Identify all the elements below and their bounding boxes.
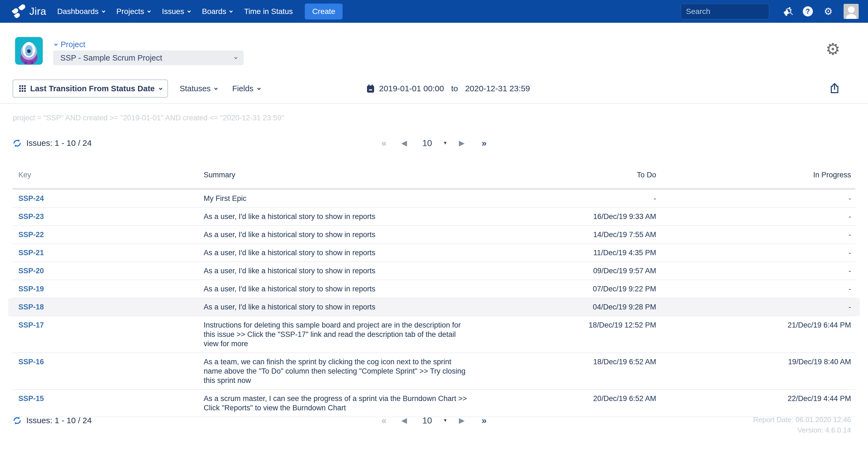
avatar-body xyxy=(846,14,857,19)
inprogress-value-cell: - xyxy=(660,208,856,225)
date-separator: to xyxy=(451,84,458,93)
pagination-first-icon[interactable]: « xyxy=(381,138,386,148)
pagination-first-icon[interactable]: « xyxy=(381,415,386,426)
nav-item-boards[interactable]: Boards xyxy=(202,7,232,16)
inprogress-value-cell: 19/Dec/19 8:40 AM xyxy=(660,353,856,389)
chevron-down-icon xyxy=(159,86,162,90)
todo-value-cell: 07/Dec/19 9:22 PM xyxy=(523,280,660,298)
project-select[interactable]: SSP - Sample Scrum Project xyxy=(53,51,244,65)
column-header-key[interactable]: Key xyxy=(12,166,204,184)
inprogress-value-cell: - xyxy=(660,226,856,243)
project-section-label: Project xyxy=(61,40,85,49)
pagination-prev-icon[interactable]: ◀ xyxy=(401,416,407,425)
table-row: SSP-18 As a user, I'd like a historical … xyxy=(12,298,856,316)
report-type-dropdown[interactable]: Last Transition From Status Date xyxy=(12,80,168,98)
page: Jira Dashboards Projects Issues Boards T… xyxy=(0,0,868,455)
inprogress-value-cell: - xyxy=(660,262,856,280)
issue-key-link[interactable]: SSP-23 xyxy=(18,212,44,221)
issue-summary-text: My First Epic xyxy=(204,194,471,203)
inprogress-value-cell: - xyxy=(660,298,856,316)
table-row: SSP-22 As a user, I'd like a historical … xyxy=(12,226,856,244)
page-size-value[interactable]: 10 xyxy=(422,416,432,426)
issue-key-link[interactable]: SSP-15 xyxy=(18,394,44,403)
pagination-last-icon[interactable]: » xyxy=(482,138,487,148)
fields-dropdown[interactable]: Fields xyxy=(232,84,259,93)
search-box[interactable] xyxy=(681,4,769,20)
table-row: SSP-16 As a team, we can finish the spri… xyxy=(12,353,856,390)
brand-name: Jira xyxy=(29,6,46,17)
column-header-inprogress[interactable]: In Progress xyxy=(660,166,856,184)
report-version: Version: 4.6.0.14 xyxy=(753,425,851,435)
pagination-last-icon[interactable]: » xyxy=(482,415,487,426)
inprogress-value-cell: - xyxy=(660,190,856,207)
nav-item-projects[interactable]: Projects xyxy=(117,7,150,16)
nav-item-label: Time in Status xyxy=(244,7,293,16)
page-size-caret-icon[interactable]: ▼ xyxy=(443,418,447,423)
pagination-next-icon[interactable]: ▶ xyxy=(459,416,465,425)
export-icon[interactable] xyxy=(830,83,839,94)
pagination-next-icon[interactable]: ▶ xyxy=(459,139,465,148)
nav-item-label: Boards xyxy=(202,7,226,16)
issue-key-link[interactable]: SSP-21 xyxy=(18,249,44,257)
refresh-icon[interactable] xyxy=(12,416,22,425)
todo-value-cell: 16/Dec/19 9:33 AM xyxy=(523,208,660,225)
nav-item-time-in-status[interactable]: Time in Status xyxy=(244,7,293,16)
todo-value-cell: 04/Dec/19 9:28 PM xyxy=(523,298,660,316)
page-size-caret-icon[interactable]: ▼ xyxy=(443,141,447,146)
jql-query-text: project = "SSP" AND created >= "2019-01-… xyxy=(13,114,284,122)
issue-key-link[interactable]: SSP-20 xyxy=(18,267,44,275)
announcement-icon[interactable] xyxy=(782,7,792,16)
issue-summary-cell: As a team, we can finish the sprint by c… xyxy=(204,353,523,389)
chevron-down-icon xyxy=(214,86,218,90)
issue-key-cell: SSP-22 xyxy=(12,226,204,243)
section-divider xyxy=(0,103,868,104)
settings-gear-icon[interactable]: ⚙ xyxy=(824,7,833,17)
table-row: SSP-20 As a user, I'd like a historical … xyxy=(12,262,856,280)
issue-key-link[interactable]: SSP-16 xyxy=(18,358,44,366)
chevron-down-icon xyxy=(257,86,261,90)
issue-summary-text: As a user, I'd like a historical story t… xyxy=(204,248,471,257)
column-header-summary[interactable]: Summary xyxy=(204,166,523,184)
project-section-toggle[interactable]: Project xyxy=(54,40,85,49)
issues-table: Key Summary To Do In Progress SSP-24 My … xyxy=(12,166,856,417)
create-button[interactable]: Create xyxy=(305,4,343,20)
chevron-down-icon xyxy=(234,56,237,59)
jira-logo[interactable]: Jira xyxy=(12,4,46,19)
date-range-picker[interactable]: 2019-01-01 00:00 to 2020-12-31 23:59 xyxy=(366,79,530,98)
issue-summary-cell: Instructions for deleting this sample bo… xyxy=(204,316,523,353)
issue-summary-text: As a user, I'd like a historical story t… xyxy=(204,284,471,294)
issue-summary-cell: As a user, I'd like a historical story t… xyxy=(204,298,523,316)
issue-key-link[interactable]: SSP-17 xyxy=(18,321,44,329)
issue-key-link[interactable]: SSP-24 xyxy=(18,194,44,203)
refresh-icon[interactable] xyxy=(12,139,22,148)
grid-icon xyxy=(19,85,26,92)
help-icon[interactable]: ? xyxy=(803,6,813,17)
issue-key-cell: SSP-18 xyxy=(12,298,204,316)
statuses-dropdown[interactable]: Statuses xyxy=(180,84,217,93)
issue-summary-text: As a user, I'd like a historical story t… xyxy=(204,230,471,239)
nav-item-dashboards[interactable]: Dashboards xyxy=(57,7,104,16)
date-to-value[interactable]: 2020-12-31 23:59 xyxy=(465,84,530,93)
pagination-bottom: « ◀ 10 ▼ ▶ » xyxy=(381,415,487,426)
pagination-prev-icon[interactable]: ◀ xyxy=(401,139,407,148)
issues-count-label: Issues: 1 - 10 / 24 xyxy=(26,416,92,425)
issue-key-link[interactable]: SSP-18 xyxy=(18,303,44,311)
pagination-top: « ◀ 10 ▼ ▶ » xyxy=(381,138,487,148)
report-settings-gear-icon[interactable]: ⚙ xyxy=(826,41,840,58)
page-size-value[interactable]: 10 xyxy=(422,138,432,148)
issue-key-cell: SSP-16 xyxy=(12,353,204,389)
chevron-down-icon xyxy=(187,9,191,13)
issue-summary-text: As a user, I'd like a historical story t… xyxy=(204,212,471,221)
inprogress-value-cell: - xyxy=(660,244,856,262)
column-header-todo[interactable]: To Do xyxy=(523,166,660,184)
date-from-value[interactable]: 2019-01-01 00:00 xyxy=(379,84,444,93)
issue-key-link[interactable]: SSP-22 xyxy=(18,231,44,239)
user-avatar[interactable] xyxy=(844,4,859,19)
nav-item-issues[interactable]: Issues xyxy=(162,7,190,16)
issue-key-link[interactable]: SSP-19 xyxy=(18,285,44,293)
jira-logo-icon xyxy=(12,4,26,19)
table-row: SSP-24 My First Epic - - xyxy=(12,190,856,208)
search-input[interactable] xyxy=(686,7,785,16)
issue-summary-cell: As a user, I'd like a historical story t… xyxy=(204,262,523,280)
nav-item-label: Dashboards xyxy=(57,7,99,16)
